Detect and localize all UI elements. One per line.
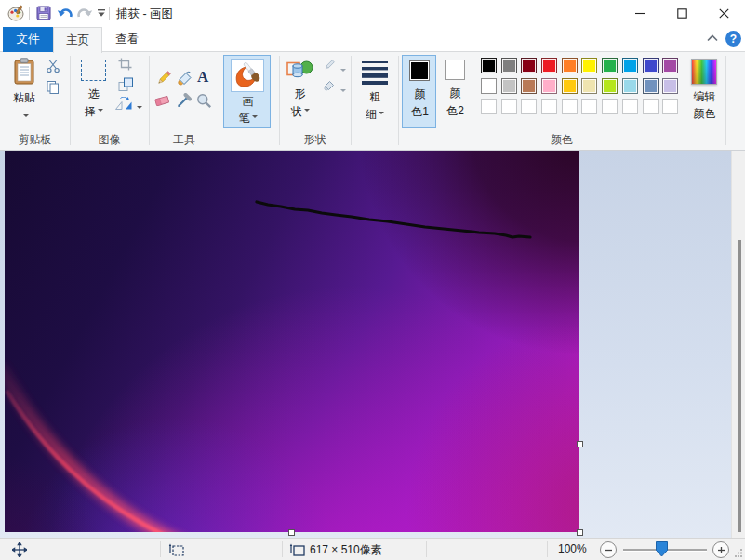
shape-fill-button[interactable]	[323, 79, 336, 92]
paste-button[interactable]: 粘贴	[6, 55, 43, 127]
dropdown-caret	[379, 112, 384, 117]
size-button[interactable]: 粗 细	[354, 55, 395, 127]
undo-button[interactable]	[57, 6, 73, 20]
palette-swatch[interactable]	[501, 58, 517, 73]
collapse-ribbon-button[interactable]	[707, 34, 718, 42]
palette-swatch-empty[interactable]	[521, 99, 537, 114]
palette-swatch[interactable]	[581, 78, 597, 94]
zoom-out-button[interactable]	[600, 541, 617, 558]
palette-swatch[interactable]	[521, 78, 537, 94]
palette-swatch[interactable]	[643, 58, 659, 73]
tab-view[interactable]: 查看	[102, 27, 152, 52]
help-icon[interactable]: ?	[725, 31, 741, 47]
divider	[547, 541, 548, 557]
select-label-line2: 择	[76, 104, 112, 120]
save-button[interactable]	[36, 6, 51, 20]
palette-swatch[interactable]	[501, 78, 517, 94]
magnifier-tool-button[interactable]	[196, 93, 212, 109]
paint-window: 捕获 - 画图 文件 主页 查看 ?	[0, 0, 745, 560]
close-button[interactable]	[703, 0, 745, 27]
clipboard-icon	[13, 58, 35, 86]
group-label-image: 图像	[70, 132, 149, 148]
cut-button[interactable]	[46, 59, 60, 73]
palette-swatch-empty[interactable]	[541, 99, 557, 114]
color1-button[interactable]: 颜 色1	[402, 55, 436, 128]
titlebar: 捕获 - 画图	[0, 0, 745, 27]
palette-swatch[interactable]	[481, 58, 497, 73]
shapes-button[interactable]: 形 状	[282, 55, 318, 127]
divider	[109, 7, 110, 20]
brush-icon	[231, 59, 264, 92]
vertical-scrollbar[interactable]	[731, 151, 745, 538]
palette-swatch[interactable]	[581, 58, 597, 73]
palette-swatch[interactable]	[662, 58, 678, 73]
palette-swatch[interactable]	[562, 58, 578, 73]
color2-label-line1: 颜	[438, 86, 472, 101]
edit-colors-label-line2: 颜色	[685, 106, 725, 122]
select-button[interactable]: 选 择	[76, 55, 112, 127]
palette-swatch-empty[interactable]	[581, 99, 597, 114]
resize-handle-corner[interactable]	[577, 529, 583, 536]
statusbar: 617 × 510像素 100%	[0, 538, 745, 560]
maximize-button[interactable]	[661, 0, 703, 27]
zoom-slider-handle[interactable]	[656, 541, 668, 557]
resize-handle-bottom[interactable]	[288, 529, 295, 536]
drawn-line	[257, 202, 530, 237]
tab-file[interactable]: 文件	[3, 27, 53, 52]
color2-button[interactable]: 颜 色2	[438, 55, 472, 128]
palette-swatch-empty[interactable]	[481, 99, 497, 114]
crop-button[interactable]	[118, 58, 132, 71]
edit-colors-button[interactable]: 编辑 颜色	[685, 55, 725, 127]
paste-label: 粘贴	[6, 90, 43, 106]
color-picker-tool-button[interactable]	[176, 93, 192, 109]
group-label-shapes: 形状	[279, 132, 351, 148]
text-tool-button[interactable]: A	[197, 69, 208, 86]
palette-swatch[interactable]	[562, 78, 578, 94]
divider	[160, 541, 161, 557]
palette-swatch-empty[interactable]	[562, 99, 578, 114]
brushes-button[interactable]: 画 笔	[223, 55, 271, 128]
size-label-line2: 细	[354, 107, 395, 123]
app-logo-icon	[7, 5, 24, 21]
group-label-colors: 颜色	[398, 132, 725, 148]
shape-outline-button[interactable]	[323, 59, 336, 72]
palette-swatch[interactable]	[622, 78, 638, 94]
fill-tool-button[interactable]	[176, 70, 193, 87]
pencil-tool-button[interactable]	[155, 70, 172, 87]
palette-swatch-empty[interactable]	[662, 99, 678, 114]
palette-swatch-empty[interactable]	[501, 99, 517, 114]
palette-swatch[interactable]	[643, 78, 659, 94]
resize-button[interactable]	[118, 77, 134, 92]
minimize-button[interactable]	[619, 0, 661, 27]
palette-swatch[interactable]	[541, 58, 557, 73]
shapes-label-line1: 形	[282, 87, 318, 102]
copy-button[interactable]	[46, 80, 60, 95]
cursor-position-icon	[12, 542, 27, 557]
rotate-button[interactable]	[114, 97, 134, 111]
resize-handle-right[interactable]	[577, 441, 583, 447]
palette-swatch[interactable]	[602, 78, 618, 94]
divider	[725, 56, 726, 145]
eraser-tool-button[interactable]	[153, 94, 171, 108]
palette-swatch[interactable]	[541, 78, 557, 94]
palette-swatch[interactable]	[481, 78, 497, 94]
divider	[282, 541, 283, 557]
size-label-line1: 粗	[354, 89, 395, 105]
tab-home[interactable]: 主页	[53, 27, 102, 53]
resize-grip[interactable]	[734, 548, 743, 557]
palette-swatch[interactable]	[662, 78, 678, 94]
palette-swatch-empty[interactable]	[602, 99, 618, 114]
shapes-label-line2: 状	[282, 104, 318, 120]
palette-swatch[interactable]	[521, 58, 537, 73]
redo-button[interactable]	[76, 6, 93, 20]
color1-label-line2: 色1	[403, 104, 437, 120]
scrollbar-thumb[interactable]	[738, 240, 741, 532]
canvas-image[interactable]	[5, 151, 579, 532]
qat-customize-button[interactable]	[97, 9, 106, 18]
palette-swatch-empty[interactable]	[622, 99, 638, 114]
palette-swatch[interactable]	[622, 58, 638, 73]
zoom-in-button[interactable]	[712, 541, 729, 558]
palette-swatch[interactable]	[602, 58, 618, 73]
dropdown-caret	[23, 114, 29, 120]
palette-swatch-empty[interactable]	[643, 99, 659, 114]
